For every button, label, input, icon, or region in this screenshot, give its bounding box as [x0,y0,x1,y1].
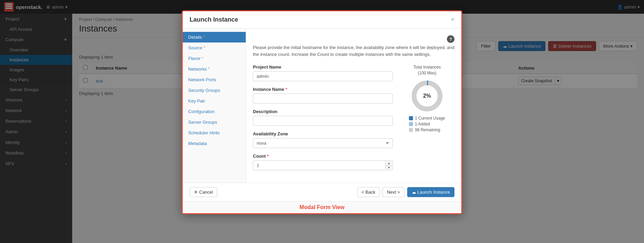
back-button[interactable]: < Back [357,187,380,197]
description-label: Description [253,109,393,114]
project-name-input[interactable] [253,71,393,81]
donut-container: Total Instances (100 Max) [400,64,454,133]
modal-nav-details-label: Details [188,35,202,40]
modal-header: Launch Instance × [183,11,461,28]
cancel-x-icon: ✕ [194,190,198,195]
modal-nav-configuration[interactable]: Configuration [183,106,246,117]
modal-nav-key-pair-label: Key Pair [188,98,205,104]
instance-name-group: Instance Name * [253,87,393,104]
modal-nav-network-ports-label: Network Ports [188,77,216,82]
modal-title: Launch Instance [190,16,238,23]
networks-required-star: * [208,67,209,71]
modal-nav: Details * Source * Flavor * Networks * N… [183,28,246,183]
modal-nav-networks-label: Networks [188,66,207,72]
modal-nav-metadata-label: Metadata [188,141,207,146]
instance-name-required: * [285,87,287,92]
modal-launch-button[interactable]: ☁ Launch Instance [407,187,454,197]
legend-item-added: 1 Added [409,122,445,126]
modal-nav-security-groups-label: Security Groups [188,88,220,93]
modal-body: Details * Source * Flavor * Networks * N… [183,28,461,183]
modal-footer: ✕ Cancel < Back Next > ☁ Launch Instance [183,183,461,201]
form-row: Project Name Instance Name * [253,64,454,176]
count-required: * [267,154,269,159]
donut-chart: 2% [410,79,444,113]
modal-nav-flavor-label: Flavor [188,56,201,61]
donut-section: Total Instances (100 Max) [400,64,454,176]
modal-nav-security-groups[interactable]: Security Groups [183,85,246,96]
modal-launch-cloud-icon: ☁ [412,190,416,195]
next-button[interactable]: Next > [383,187,404,197]
modal-nav-server-groups-label: Server Groups [188,120,217,125]
count-spin-up[interactable]: ▲ [386,161,392,165]
modal-nav-key-pair[interactable]: Key Pair [183,96,246,106]
legend-dot-current [409,116,413,120]
project-name-label: Project Name [253,64,393,70]
donut-title: Total Instances (100 Max) [413,64,441,76]
modal-footer-right: < Back Next > ☁ Launch Instance [357,187,454,197]
modal-content: ? Please provide the initial hostname fo… [246,28,461,183]
modal-form-label: Modal Form View [183,201,461,213]
instance-name-label: Instance Name * [253,87,393,92]
details-required-star: * [203,35,205,39]
count-spinners: ▲ ▼ [385,161,392,170]
legend-dot-added [409,122,413,126]
modal-overlay: Launch Instance × Details * Source * Fla… [0,0,644,243]
instance-name-input[interactable] [253,94,393,104]
legend-dot-remaining [409,128,413,132]
count-input-wrapper: ▲ ▼ [253,160,393,170]
legend-item-remaining: 98 Remaining [409,127,445,132]
count-spin-down[interactable]: ▼ [386,165,392,170]
modal-nav-metadata[interactable]: Metadata [183,138,246,149]
legend-added-label: 1 Added [415,122,430,126]
availability-zone-group: Availability Zone nova [253,131,393,148]
modal-nav-scheduler-hints[interactable]: Scheduler Hints [183,127,246,138]
description-group: Description [253,109,393,126]
donut-legend: 1 Current Usage 1 Added [409,116,445,133]
launch-instance-modal: Launch Instance × Details * Source * Fla… [182,10,462,214]
flavor-required-star: * [202,57,203,60]
modal-close-button[interactable]: × [451,16,454,23]
donut-percent-label: 2% [423,93,431,99]
project-name-group: Project Name [253,64,393,81]
cancel-button[interactable]: ✕ Cancel [190,187,217,197]
description-input[interactable] [253,116,393,126]
modal-nav-networks[interactable]: Networks * [183,64,246,74]
modal-nav-flavor[interactable]: Flavor * [183,53,246,64]
availability-zone-select[interactable]: nova [253,138,393,148]
source-required-star: * [204,46,205,50]
modal-nav-source-label: Source [188,45,202,50]
legend-remaining-label: 98 Remaining [415,127,440,132]
modal-nav-scheduler-hints-label: Scheduler Hints [188,130,220,135]
count-label: Count * [253,154,393,159]
count-group: Count * ▲ ▼ [253,154,393,170]
form-col-left: Project Name Instance Name * [253,64,393,176]
modal-nav-details[interactable]: Details * [183,32,246,42]
help-row: ? [253,35,454,43]
modal-nav-server-groups[interactable]: Server Groups [183,117,246,127]
count-input[interactable] [253,160,393,170]
modal-nav-configuration-label: Configuration [188,109,215,114]
help-icon[interactable]: ? [447,35,454,43]
modal-nav-source[interactable]: Source * [183,42,246,53]
modal-nav-network-ports[interactable]: Network Ports [183,74,246,85]
legend-current-label: 1 Current Usage [415,116,445,121]
availability-zone-label: Availability Zone [253,131,393,136]
legend-item-current: 1 Current Usage [409,116,445,121]
modal-description: Please provide the initial hostname for … [253,44,454,58]
